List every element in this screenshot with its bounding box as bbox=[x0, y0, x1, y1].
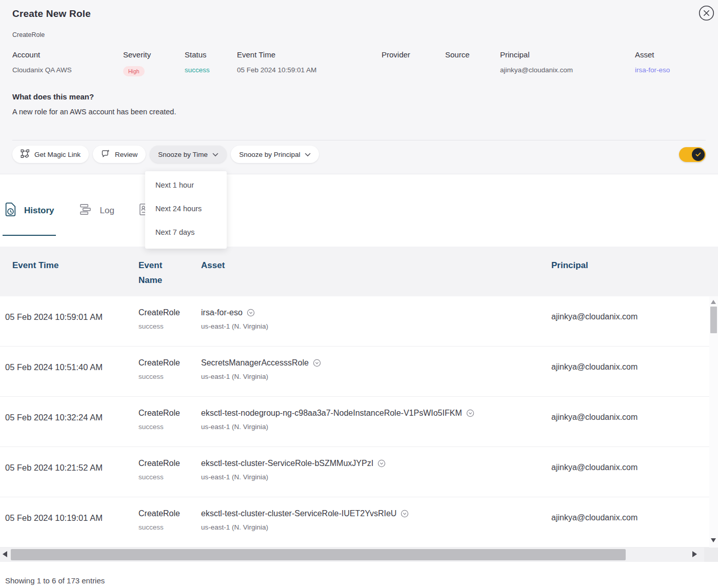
table-row: 05 Feb 2024 10:19:01 AM CreateRole succe… bbox=[0, 497, 718, 548]
tab-log[interactable]: Log bbox=[79, 203, 114, 218]
status-value: success bbox=[185, 66, 237, 74]
asset-scope-icon[interactable] bbox=[401, 510, 409, 518]
chevron-down-icon bbox=[305, 151, 311, 158]
scroll-up-arrow-icon[interactable] bbox=[711, 300, 716, 304]
get-magic-link-button[interactable]: Get Magic Link bbox=[12, 146, 89, 163]
snooze-by-time-menu: Next 1 hour Next 24 hours Next 7 days bbox=[145, 171, 227, 249]
table-row: 05 Feb 2024 10:21:52 AM CreateRole succe… bbox=[0, 447, 718, 497]
tab-history[interactable]: History bbox=[4, 202, 54, 219]
column-header-event-name: Event Name bbox=[138, 258, 175, 296]
history-table-header: Event Time Event Name Asset Principal bbox=[0, 247, 718, 296]
event-detail-panel: Create New Role CreateRole Account Cloud… bbox=[0, 0, 718, 174]
event-time-cell: 05 Feb 2024 10:19:01 AM bbox=[5, 509, 138, 547]
scroll-right-arrow-icon[interactable] bbox=[692, 551, 697, 557]
asset-cell: SecretsManagerAccesssRole us-east-1 (N. … bbox=[201, 358, 551, 396]
divider bbox=[12, 140, 706, 140]
field-asset: Asset irsa-for-eso bbox=[635, 50, 706, 76]
field-status: Status success bbox=[185, 50, 237, 76]
history-icon bbox=[4, 202, 17, 219]
scroll-down-arrow-icon[interactable] bbox=[711, 538, 716, 542]
field-event-time: Event Time 05 Feb 2024 10:59:01 AM bbox=[237, 50, 382, 76]
entries-summary: Showing 1 to 6 of 173 entries bbox=[5, 576, 105, 585]
field-provider: Provider bbox=[382, 50, 445, 76]
asset-scope-icon[interactable] bbox=[466, 409, 474, 417]
column-header-asset: Asset bbox=[201, 258, 551, 296]
table-row: 05 Feb 2024 10:32:24 AM CreateRole succe… bbox=[0, 397, 718, 447]
review-button[interactable]: Review bbox=[93, 146, 146, 163]
horizontal-scrollbar-thumb[interactable] bbox=[11, 549, 626, 560]
vertical-scrollbar[interactable] bbox=[709, 296, 718, 548]
menu-item-next-7-days[interactable]: Next 7 days bbox=[145, 220, 227, 244]
principal-cell: ajinkya@cloudanix.com bbox=[551, 308, 718, 346]
actions-bar: Get Magic Link Review Snooze by Time Sno… bbox=[12, 146, 706, 163]
log-icon bbox=[79, 203, 93, 218]
event-time-cell: 05 Feb 2024 10:59:01 AM bbox=[5, 308, 138, 346]
field-account: Account Cloudanix QA AWS bbox=[12, 50, 123, 76]
asset-scope-icon[interactable] bbox=[247, 309, 255, 317]
event-time-cell: 05 Feb 2024 10:32:24 AM bbox=[5, 409, 138, 447]
snooze-by-principal-button[interactable]: Snooze by Principal bbox=[231, 146, 319, 163]
asset-cell: eksctl-test-nodegroup-ng-c98aa3a7-NodeIn… bbox=[201, 409, 551, 447]
event-time-cell: 05 Feb 2024 10:51:40 AM bbox=[5, 358, 138, 396]
toggle-knob bbox=[692, 148, 705, 161]
principal-cell: ajinkya@cloudanix.com bbox=[551, 509, 718, 547]
menu-item-next-24-hours[interactable]: Next 24 hours bbox=[145, 197, 227, 220]
field-principal: Principal ajinkya@cloudanix.com bbox=[500, 50, 635, 76]
scrollbar-corner bbox=[704, 548, 718, 562]
review-icon bbox=[101, 149, 110, 160]
magic-link-icon bbox=[21, 149, 30, 160]
horizontal-scrollbar[interactable] bbox=[0, 548, 704, 562]
snooze-by-time-button[interactable]: Snooze by Time bbox=[150, 146, 227, 163]
page-title: Create New Role bbox=[12, 8, 706, 19]
meaning-text: A new role for an AWS account has been c… bbox=[12, 108, 706, 116]
principal-cell: ajinkya@cloudanix.com bbox=[551, 358, 718, 396]
event-name-cell: CreateRole success bbox=[138, 459, 201, 497]
scroll-left-arrow-icon[interactable] bbox=[3, 551, 7, 557]
event-name-cell: CreateRole success bbox=[138, 509, 201, 547]
meaning-heading: What does this mean? bbox=[12, 92, 706, 101]
asset-cell: eksctl-test-cluster-cluster-ServiceRole-… bbox=[201, 509, 551, 547]
event-name-cell: CreateRole success bbox=[138, 409, 201, 447]
close-button[interactable] bbox=[699, 5, 714, 21]
field-severity: Severity High bbox=[123, 50, 185, 76]
principal-cell: ajinkya@cloudanix.com bbox=[551, 409, 718, 447]
asset-scope-icon[interactable] bbox=[377, 459, 386, 468]
menu-item-next-1-hour[interactable]: Next 1 hour bbox=[145, 173, 227, 197]
field-source: Source bbox=[445, 50, 500, 76]
event-code: CreateRole bbox=[12, 31, 706, 38]
chevron-down-icon bbox=[212, 151, 218, 158]
column-header-event-time: Event Time bbox=[12, 258, 138, 296]
table-row: 05 Feb 2024 10:51:40 AM CreateRole succe… bbox=[0, 347, 718, 397]
severity-badge: High bbox=[123, 66, 145, 76]
event-time-cell: 05 Feb 2024 10:21:52 AM bbox=[5, 459, 138, 497]
check-icon bbox=[695, 150, 701, 159]
detail-tabs: History Log bbox=[0, 174, 718, 247]
event-name-cell: CreateRole success bbox=[138, 308, 201, 346]
principal-cell: ajinkya@cloudanix.com bbox=[551, 459, 718, 497]
asset-link[interactable]: irsa-for-eso bbox=[635, 66, 706, 74]
asset-cell: irsa-for-eso us-east-1 (N. Virginia) bbox=[201, 308, 551, 346]
asset-cell: eksctl-test-cluster-ServiceRole-bSZMMuxJ… bbox=[201, 459, 551, 497]
column-header-principal: Principal bbox=[551, 258, 718, 296]
event-fields: Account Cloudanix QA AWS Severity High S… bbox=[12, 50, 706, 76]
event-name-cell: CreateRole success bbox=[138, 358, 201, 396]
vertical-scrollbar-thumb[interactable] bbox=[710, 307, 717, 333]
close-icon bbox=[699, 15, 714, 23]
table-row: 05 Feb 2024 10:59:01 AM CreateRole succe… bbox=[0, 296, 718, 347]
asset-scope-icon[interactable] bbox=[313, 359, 321, 367]
notification-toggle[interactable] bbox=[679, 147, 706, 162]
history-table-body: 05 Feb 2024 10:59:01 AM CreateRole succe… bbox=[0, 296, 718, 548]
